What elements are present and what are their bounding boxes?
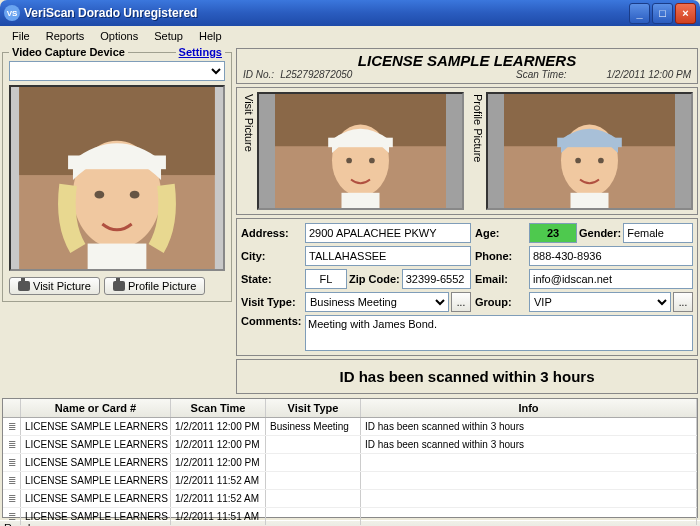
- video-capture-group: Video Capture Device Settings: [2, 52, 232, 302]
- gender-input[interactable]: [623, 223, 693, 243]
- city-label: City:: [241, 250, 301, 262]
- phone-label: Phone:: [475, 250, 525, 262]
- row-info: ID has been scanned within 3 hours: [361, 436, 697, 453]
- row-name: LICENSE SAMPLE LEARNERS: [21, 490, 171, 507]
- profile-picture-label: Profile Picture: [470, 92, 486, 210]
- grid-header-info[interactable]: Info: [361, 399, 697, 417]
- state-label: State:: [241, 273, 301, 285]
- row-icon: ≣: [3, 490, 21, 507]
- scantime-label: Scan Time:: [516, 69, 566, 80]
- row-icon: ≣: [3, 436, 21, 453]
- grid-header-icon: [3, 399, 21, 417]
- table-row[interactable]: ≣LICENSE SAMPLE LEARNERS1/2/2011 12:00 P…: [3, 418, 697, 436]
- group-edit-button[interactable]: ...: [673, 292, 693, 312]
- row-type: [266, 472, 361, 489]
- menu-options[interactable]: Options: [92, 28, 146, 44]
- svg-rect-3: [68, 155, 166, 169]
- row-time: 1/2/2011 11:52 AM: [171, 472, 266, 489]
- visit-type-dropdown[interactable]: Business Meeting: [305, 292, 449, 312]
- svg-point-11: [346, 158, 352, 164]
- row-name: LICENSE SAMPLE LEARNERS: [21, 508, 171, 525]
- camera-icon: [113, 281, 125, 291]
- email-label: Email:: [475, 273, 525, 285]
- license-header: LICENSE SAMPLE LEARNERS ID No.: L2527928…: [236, 48, 698, 84]
- row-type: [266, 436, 361, 453]
- visit-picture-button[interactable]: Visit Picture: [9, 277, 100, 295]
- idno-value: L252792872050: [274, 69, 516, 80]
- profile-photo: [488, 94, 691, 208]
- close-button[interactable]: ×: [675, 3, 696, 24]
- svg-point-4: [94, 191, 104, 199]
- visit-picture-label: Visit Picture: [241, 92, 257, 210]
- row-name: LICENSE SAMPLE LEARNERS: [21, 454, 171, 471]
- menu-bar: File Reports Options Setup Help: [0, 26, 700, 46]
- scantime-value: 1/2/2011 12:00 PM: [566, 69, 691, 80]
- row-time: 1/2/2011 12:00 PM: [171, 454, 266, 471]
- email-input[interactable]: [529, 269, 693, 289]
- menu-reports[interactable]: Reports: [38, 28, 93, 44]
- city-input[interactable]: [305, 246, 471, 266]
- table-row[interactable]: ≣LICENSE SAMPLE LEARNERS1/2/2011 11:51 A…: [3, 508, 697, 526]
- svg-rect-20: [571, 193, 609, 208]
- minimize-button[interactable]: _: [629, 3, 650, 24]
- table-row[interactable]: ≣LICENSE SAMPLE LEARNERS1/2/2011 11:52 A…: [3, 472, 697, 490]
- zip-input[interactable]: [402, 269, 471, 289]
- row-type: [266, 490, 361, 507]
- menu-setup[interactable]: Setup: [146, 28, 191, 44]
- capture-device-dropdown[interactable]: [9, 61, 225, 81]
- group-label: Group:: [475, 296, 525, 308]
- maximize-button[interactable]: □: [652, 3, 673, 24]
- row-icon: ≣: [3, 418, 21, 435]
- row-info: [361, 454, 697, 471]
- address-input[interactable]: [305, 223, 471, 243]
- idno-label: ID No.:: [243, 69, 274, 80]
- row-info: [361, 508, 697, 525]
- profile-picture-button[interactable]: Profile Picture: [104, 277, 205, 295]
- settings-link[interactable]: Settings: [176, 46, 225, 58]
- gender-label: Gender:: [579, 227, 621, 239]
- history-grid[interactable]: Name or Card # Scan Time Visit Type Info…: [2, 398, 698, 518]
- visit-picture-frame: [257, 92, 464, 210]
- svg-rect-6: [88, 244, 147, 269]
- table-row[interactable]: ≣LICENSE SAMPLE LEARNERS1/2/2011 12:00 P…: [3, 454, 697, 472]
- row-name: LICENSE SAMPLE LEARNERS: [21, 436, 171, 453]
- row-type: [266, 508, 361, 525]
- menu-file[interactable]: File: [4, 28, 38, 44]
- age-input[interactable]: [529, 223, 577, 243]
- row-icon: ≣: [3, 472, 21, 489]
- visit-type-edit-button[interactable]: ...: [451, 292, 471, 312]
- group-label: Video Capture Device: [9, 46, 128, 58]
- row-icon: ≣: [3, 454, 21, 471]
- row-name: LICENSE SAMPLE LEARNERS: [21, 472, 171, 489]
- table-row[interactable]: ≣LICENSE SAMPLE LEARNERS1/2/2011 11:52 A…: [3, 490, 697, 508]
- comments-label: Comments:: [241, 315, 301, 327]
- table-row[interactable]: ≣LICENSE SAMPLE LEARNERS1/2/2011 12:00 P…: [3, 436, 697, 454]
- profile-picture-frame: [486, 92, 693, 210]
- person-photo: [11, 87, 223, 269]
- visit-photo: [259, 94, 462, 208]
- license-name: LICENSE SAMPLE LEARNERS: [243, 52, 691, 69]
- svg-point-18: [575, 158, 581, 164]
- svg-rect-10: [328, 138, 393, 148]
- grid-header-scantime[interactable]: Scan Time: [171, 399, 266, 417]
- phone-input[interactable]: [529, 246, 693, 266]
- zip-label: Zip Code:: [349, 273, 400, 285]
- camera-icon: [18, 281, 30, 291]
- capture-preview: [9, 85, 225, 271]
- app-icon: VS: [4, 5, 20, 21]
- group-dropdown[interactable]: VIP: [529, 292, 671, 312]
- row-info: [361, 490, 697, 507]
- row-time: 1/2/2011 12:00 PM: [171, 418, 266, 435]
- grid-header-name[interactable]: Name or Card #: [21, 399, 171, 417]
- menu-help[interactable]: Help: [191, 28, 230, 44]
- comments-textarea[interactable]: Meeting with James Bond.: [305, 315, 693, 351]
- svg-point-5: [130, 191, 140, 199]
- row-time: 1/2/2011 11:52 AM: [171, 490, 266, 507]
- row-info: ID has been scanned within 3 hours: [361, 418, 697, 435]
- state-input[interactable]: [305, 269, 347, 289]
- details-form: Address: Age: Gender: City: Phone: State…: [236, 218, 698, 356]
- age-label: Age:: [475, 227, 525, 239]
- grid-header-visittype[interactable]: Visit Type: [266, 399, 361, 417]
- svg-rect-17: [557, 138, 622, 148]
- pictures-panel: Visit Picture Profile Picture: [236, 87, 698, 215]
